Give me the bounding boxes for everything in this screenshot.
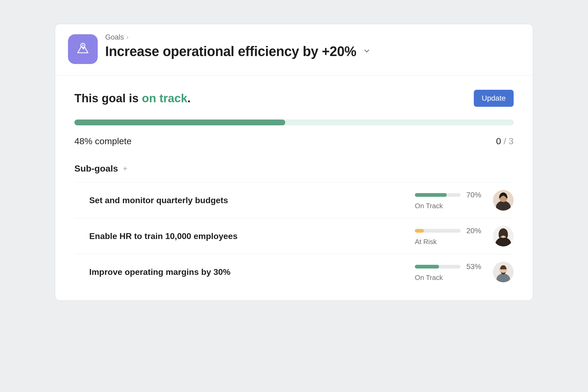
header-text: Goals › Increase operational efficiency …	[105, 33, 371, 59]
mini-progress-bar	[415, 265, 461, 269]
status-value: on track	[142, 92, 187, 105]
subgoals-header: Sub-goals +	[74, 163, 514, 174]
page-title-row: Increase operational efficiency by +20%	[105, 44, 371, 59]
svg-point-1	[82, 45, 83, 46]
avatar[interactable]	[493, 262, 514, 282]
avatar[interactable]	[493, 226, 514, 246]
status-text: This goal is on track.	[74, 92, 191, 105]
subgoal-status: On Track	[415, 274, 487, 282]
subgoal-status: On Track	[415, 202, 487, 210]
mini-progress-fill	[415, 229, 424, 233]
count-completed: 0	[496, 136, 501, 146]
progress-meta: 48% complete 0 / 3	[74, 136, 514, 146]
subgoal-count: 0 / 3	[496, 136, 514, 146]
chevron-right-icon: ›	[127, 34, 129, 41]
subgoal-title: Enable HR to train 10,000 employees	[74, 231, 408, 241]
page-title: Increase operational efficiency by +20%	[105, 44, 356, 59]
chevron-down-icon[interactable]	[363, 47, 371, 56]
mini-progress-bar	[415, 229, 461, 233]
subgoal-row[interactable]: Improve operating margins by 30% 53% On …	[74, 254, 514, 290]
goal-icon-tile	[68, 34, 98, 64]
subgoal-progress: 53% On Track	[415, 262, 487, 282]
breadcrumb-label: Goals	[105, 33, 124, 41]
breadcrumb[interactable]: Goals ›	[105, 33, 371, 41]
count-total: 3	[509, 136, 514, 146]
subgoal-percent: 53%	[466, 262, 483, 271]
card-header: Goals › Increase operational efficiency …	[55, 24, 533, 75]
mini-progress-bar	[415, 193, 461, 197]
mini-progress-fill	[415, 265, 439, 269]
status-prefix: This goal is	[74, 92, 142, 105]
subgoal-percent: 70%	[466, 191, 483, 199]
main-progress-fill	[74, 120, 285, 125]
avatar[interactable]	[493, 190, 514, 211]
subgoal-row[interactable]: Set and monitor quarterly budgets 70% On…	[74, 182, 514, 218]
subgoal-row[interactable]: Enable HR to train 10,000 employees 20% …	[74, 218, 514, 254]
subgoal-title: Set and monitor quarterly budgets	[74, 195, 408, 205]
update-button[interactable]: Update	[474, 90, 514, 107]
progress-label: 48% complete	[74, 136, 131, 146]
subgoal-progress: 20% At Risk	[415, 227, 487, 246]
main-progress-bar	[74, 120, 514, 125]
status-row: This goal is on track. Update	[74, 90, 514, 107]
subgoal-percent: 20%	[466, 227, 483, 235]
goal-detail-card: Goals › Increase operational efficiency …	[55, 24, 533, 301]
subgoal-title: Improve operating margins by 30%	[74, 267, 408, 277]
subgoal-progress: 70% On Track	[415, 191, 487, 210]
status-suffix: .	[187, 92, 190, 105]
subgoals-title: Sub-goals	[74, 163, 118, 174]
card-body: This goal is on track. Update 48% comple…	[55, 75, 533, 300]
plus-icon[interactable]: +	[123, 165, 127, 173]
subgoal-status: At Risk	[415, 238, 487, 246]
mountain-flag-icon	[75, 41, 90, 57]
mini-progress-fill	[415, 193, 447, 197]
count-separator: /	[504, 136, 509, 146]
subgoal-list: Set and monitor quarterly budgets 70% On…	[74, 182, 514, 290]
